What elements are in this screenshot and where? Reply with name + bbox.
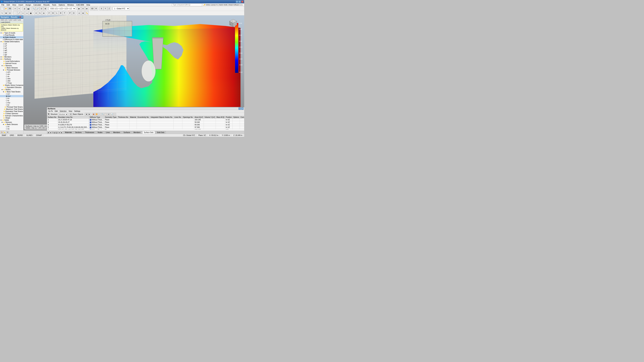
tree-eps-x-plus[interactable]: εx+ <box>0 93 23 95</box>
table-row[interactable]: 7 273,274,388,403-397,470-459,275 Withou… <box>47 129 244 129</box>
bottom-tab-thicknesses[interactable]: Thicknesses <box>84 131 96 134</box>
tb-member[interactable]: ═ <box>21 11 25 15</box>
bottom-tab-nodes[interactable]: Nodes <box>96 131 104 134</box>
tree-eps-y-minus[interactable]: εy- <box>0 104 23 106</box>
tb-select-all[interactable]: ⊠ <box>4 11 8 15</box>
tree-internal-forces[interactable]: 📁 Internal Forces <box>0 62 23 64</box>
tb-redo[interactable]: ↪ <box>17 7 21 10</box>
close-btn[interactable]: ✕ <box>241 0 244 3</box>
col-thickness[interactable]: Thickness No. <box>117 116 129 118</box>
tb-zoom-select[interactable]: ⊞ <box>44 7 47 10</box>
view-combo[interactable]: 1 - Global XYZ <box>113 7 130 10</box>
res-tb-chart[interactable]: 📊 <box>110 113 113 116</box>
col-nodes[interactable]: Integrated Objects Nodes No. <box>150 116 174 118</box>
glines-btn[interactable]: GLINES <box>25 134 34 136</box>
tb-y1[interactable]: Y <box>104 7 107 10</box>
res-tb-more[interactable]: ⋯ <box>113 113 116 116</box>
nav-last[interactable]: ▶| <box>60 131 63 134</box>
tree-type-results[interactable]: ▼ 📁 Type of results <box>0 32 23 34</box>
res-tb-prev[interactable]: ◀ <box>85 113 88 116</box>
menu-edit[interactable]: Edit <box>6 4 11 6</box>
bottom-tab-solid-sets[interactable]: Solid Sets <box>155 131 166 134</box>
nav-next[interactable]: ▶ <box>58 131 60 134</box>
tree-sigt-minus[interactable]: σtm <box>0 78 23 80</box>
menu-tools[interactable]: Tools <box>51 4 57 6</box>
tb-x1[interactable]: X <box>100 7 103 10</box>
tree-stresses[interactable]: ▼ 📁 Stresses <box>0 64 23 67</box>
res-tb-search-res[interactable]: 🔍 <box>101 113 104 116</box>
res-tb-copy2[interactable]: 📋 <box>104 113 107 116</box>
tree-phiy[interactable]: φY <box>0 51 23 54</box>
tb-zoom-in[interactable]: 🔍 <box>32 7 36 10</box>
tree-eps-xy-plus[interactable]: εxy+ <box>0 95 23 97</box>
tb-zoom-out[interactable]: 🔎 <box>36 7 40 10</box>
tb-open[interactable]: 📂 <box>4 7 8 10</box>
tb-back[interactable]: B <box>51 11 55 15</box>
res-tb-print2[interactable]: 🖨 <box>107 113 110 116</box>
res-structure-select[interactable]: Structure <box>58 113 68 116</box>
viewport[interactable]: S:C01 CO2: LC1 + LC2 + LC3 + LC4 ▼ 1 - G… <box>24 15 244 134</box>
maximize-btn[interactable]: □ <box>238 0 241 3</box>
bottom-tab-materials[interactable]: Materials <box>64 131 74 134</box>
tb-copy[interactable]: ⊕ <box>42 11 46 15</box>
tree-sigz-minus[interactable]: σt+ <box>0 73 23 75</box>
tree-eps-x-minus[interactable]: εx- <box>0 97 23 99</box>
results-minimize-btn[interactable]: — <box>238 107 241 110</box>
col-comment[interactable]: Comment <box>240 116 244 118</box>
results-goto[interactable]: Go To <box>48 110 54 112</box>
menu-assign[interactable]: Assign <box>24 4 32 6</box>
menu-options[interactable]: Options <box>58 4 66 6</box>
tb-node[interactable]: · <box>14 11 17 15</box>
tree-principal-strains[interactable]: 📁Principal Total Strains <box>0 106 23 108</box>
tb-persp[interactable]: P <box>68 11 72 15</box>
tb-measure[interactable]: 📏 <box>85 11 89 15</box>
tree-uz[interactable]: uZ <box>0 47 23 49</box>
osnap-btn[interactable]: OSNAP <box>35 134 43 136</box>
lc-combo[interactable]: CO2: LC1 + LC2 + LC3 + LC4 <box>49 7 76 10</box>
tb-deselect[interactable]: ⊡ <box>8 11 12 15</box>
tb-view3[interactable]: ⏭ <box>85 7 89 10</box>
nav-btn-1[interactable]: 🏠 <box>0 131 3 134</box>
nav-pin-icon[interactable]: 📌 <box>19 16 21 18</box>
col-openings[interactable]: Openings No. <box>182 116 194 118</box>
tree-basic-total-strains[interactable]: ▼ 📁 Basic Total Strains <box>0 91 23 93</box>
tb-zoom-all[interactable]: ⊡ <box>40 7 43 10</box>
tb-line[interactable]: ╱ <box>17 11 21 15</box>
tree-isotropic[interactable]: 📁Isotropic Characteristics <box>0 115 23 117</box>
tree-solids-basic[interactable]: ▼ 📁 Basic Stresses <box>0 123 23 125</box>
grid-btn[interactable]: GRID <box>9 134 15 136</box>
tb-grid[interactable]: ⊞ <box>81 11 85 15</box>
tree-equiv-stresses[interactable]: 📁Equivalent Stresses <box>0 86 23 88</box>
bottom-tab-surface-sets[interactable]: Surface Sets <box>142 131 155 134</box>
tree-sigt-plus[interactable]: σt- <box>0 75 23 78</box>
tree-tmax[interactable]: Tmax <box>0 82 23 84</box>
tree-shape[interactable]: 📁Shape <box>0 117 23 119</box>
tb-rotate[interactable]: ↻ <box>38 11 42 15</box>
tree-surfaces[interactable]: ▼ 📁 Surfaces <box>0 58 23 60</box>
tree-phiz[interactable]: φZ <box>0 54 23 56</box>
search-input[interactable] <box>172 3 202 6</box>
tb-render[interactable]: R <box>94 7 98 10</box>
tb-print[interactable]: 🖨 <box>23 7 26 10</box>
bottom-tab-members[interactable]: Members <box>132 131 142 134</box>
res-tb-next[interactable]: ▶ <box>88 113 91 116</box>
tb-right[interactable]: R <box>59 11 62 15</box>
bottom-tab-members[interactable]: Members <box>112 131 122 134</box>
col-stiffness[interactable]: Stiffness Type <box>89 116 104 118</box>
menu-window[interactable]: Window <box>66 4 75 6</box>
tb-view2[interactable]: ⏸ <box>81 7 85 10</box>
tree-eps-y[interactable]: εy <box>0 99 23 102</box>
tree-solid-sy[interactable]: σy <box>0 128 23 130</box>
res-tb-sort[interactable]: ↕ <box>98 113 101 116</box>
menu-view[interactable]: View <box>11 4 17 6</box>
tree-final-results[interactable]: Final Results <box>0 34 23 36</box>
results-selection[interactable]: Selection <box>59 110 67 112</box>
nav-btn-2[interactable]: 📐 <box>3 131 6 134</box>
tree-differences[interactable]: Differences to initial state <box>0 38 23 40</box>
menu-file[interactable]: File <box>0 4 5 6</box>
tree-ux[interactable]: uX <box>0 43 23 45</box>
tree-solid-sx[interactable]: σx <box>0 125 23 128</box>
tree-max-strains[interactable]: 📁Maximum Total Strains <box>0 108 23 110</box>
tree-static-analysis[interactable]: Static Analysis <box>0 36 23 38</box>
tb-select[interactable]: ↖ <box>0 11 4 15</box>
